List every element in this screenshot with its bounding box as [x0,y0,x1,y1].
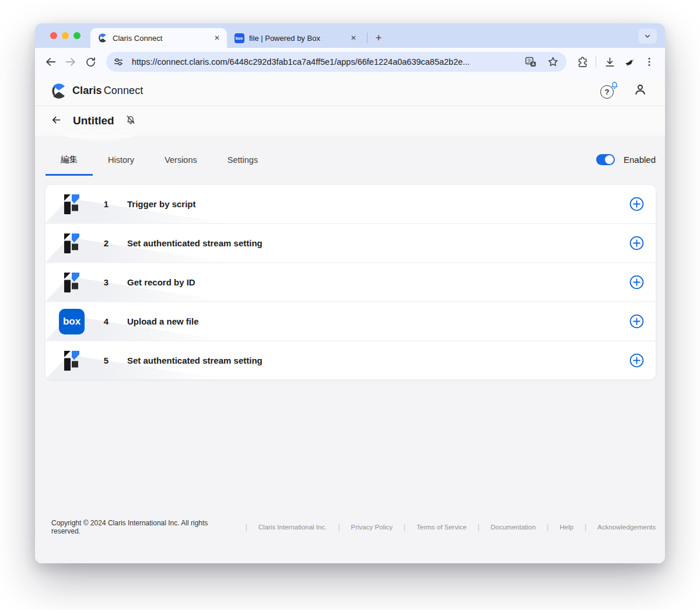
extension-bird-icon[interactable] [621,53,638,71]
help-button[interactable]: ? [600,83,615,99]
workflow-step-row[interactable]: box 4 Upload a new file [46,302,656,340]
filemaker-icon [63,271,80,294]
box-icon: box [59,309,85,334]
workflow-tab[interactable]: History [93,147,149,175]
add-step-button[interactable] [624,231,649,256]
browser-menu-icon[interactable] [640,53,658,71]
add-step-button[interactable] [624,270,649,295]
add-step-button[interactable] [624,192,649,217]
footer-link[interactable]: Acknowledgements [597,524,656,531]
enabled-label: Enabled [624,155,656,165]
step-app-icon [58,193,85,215]
plus-circle-icon [629,235,645,251]
claris-favicon-icon [97,33,108,43]
workflow-step-row[interactable]: 2 Set authenticated stream setting [46,224,656,262]
step-title: Upload a new file [127,316,199,326]
step-title: Set authenticated stream setting [127,355,262,365]
enabled-toggle[interactable] [596,154,615,165]
close-window-button[interactable] [50,32,57,39]
forward-button[interactable] [62,53,79,71]
toggle-knob [605,155,614,164]
tab-search-button[interactable] [638,29,657,44]
workflow-step-row[interactable]: 3 Get record by ID [46,263,656,301]
notifications-off-button[interactable] [125,114,136,128]
window-controls [50,32,80,39]
step-number: 1 [100,199,112,209]
toggle-group: Enabled [596,154,656,168]
back-button[interactable] [42,53,60,71]
box-favicon-icon: box [234,33,244,43]
tab-divider [367,33,368,43]
copyright-text: Copyright © 2024 Claris International In… [51,519,235,535]
step-number: 4 [100,316,112,326]
minimize-window-button[interactable] [62,32,69,39]
add-step-button[interactable] [624,309,649,334]
zoom-window-button[interactable] [74,32,80,39]
flow-title-bar: Untitled [35,106,665,135]
browser-tab-box[interactable]: box file | Powered by Box ✕ [227,28,363,48]
downloads-icon[interactable] [601,53,618,71]
reload-button[interactable] [82,53,99,71]
step-app-icon [58,271,85,294]
tab-title: Claris Connect [113,34,207,43]
plus-circle-icon [629,274,645,290]
address-bar[interactable]: https://connect.claris.com/6448c292d3fab… [106,52,566,72]
workflow-tab[interactable]: 編集 [46,146,93,176]
site-settings-icon[interactable] [110,53,127,71]
plus-circle-icon [629,196,645,212]
footer-separator: | [338,523,340,531]
person-icon [633,82,648,97]
footer-separator: | [584,523,586,531]
flow-content: 編集HistoryVersionsSettings Enabled 1 Trig… [35,135,665,563]
footer-link[interactable]: Claris International Inc. [258,524,327,531]
step-number: 3 [100,277,112,287]
step-app-icon [58,232,85,255]
account-button[interactable] [633,82,648,99]
footer-link[interactable]: Privacy Policy [351,524,393,531]
step-number: 5 [100,355,112,365]
footer-link[interactable]: Help [559,524,573,531]
browser-tab-claris[interactable]: Claris Connect ✕ [90,28,227,48]
add-step-button[interactable] [624,348,649,373]
workflow-step-row[interactable]: 1 Trigger by script [46,185,656,223]
chevron-down-icon [643,32,652,40]
filemaker-icon [63,232,80,255]
back-to-flows-button[interactable] [50,114,62,128]
footer-link[interactable]: Documentation [491,524,536,531]
browser-tab-strip: Claris Connect ✕ box file | Powered by B… [35,23,665,48]
workflow-tab[interactable]: Settings [212,147,273,175]
app-footer: Copyright © 2024 Claris International In… [46,519,656,535]
step-number: 2 [100,238,112,248]
claris-logo-icon [50,82,68,100]
workflow-steps: 1 Trigger by script 2 Set authenticated … [46,185,656,379]
new-tab-button[interactable]: + [370,29,387,47]
translate-icon[interactable]: 文 A [522,53,540,71]
browser-window: Claris Connect ✕ box file | Powered by B… [35,23,665,563]
bell-off-icon [125,114,136,126]
footer-link[interactable]: Terms of Service [416,524,467,531]
tab-title: file | Powered by Box [249,34,344,43]
plus-circle-icon [629,313,645,329]
footer-separator: | [547,523,548,531]
svg-text:A: A [532,62,535,66]
workflow-tabs: 編集HistoryVersionsSettings Enabled [46,146,656,176]
footer-separator: | [478,523,480,531]
step-app-icon [58,350,85,372]
step-title: Get record by ID [127,277,195,287]
bookmark-star-icon[interactable] [544,53,562,71]
brand-name: ClarisConnect [72,85,143,97]
claris-connect-logo[interactable]: ClarisConnect [50,82,143,100]
page-background: Claris Connect ✕ box file | Powered by B… [0,0,700,610]
workflow-step-row[interactable]: 5 Set authenticated stream setting [46,341,656,379]
url-text[interactable]: https://connect.claris.com/6448c292d3fab… [132,57,517,67]
step-app-icon: box [58,309,85,334]
workflow-tab[interactable]: Versions [149,147,212,175]
extensions-icon[interactable] [573,53,591,71]
page-title: Untitled [73,114,114,127]
step-title: Set authenticated stream setting [127,238,262,248]
toolbar-divider [596,56,596,68]
notification-bell-icon [611,82,618,89]
close-tab-icon[interactable]: ✕ [348,33,359,43]
close-tab-icon[interactable]: ✕ [212,33,222,43]
step-title: Trigger by script [127,199,196,209]
